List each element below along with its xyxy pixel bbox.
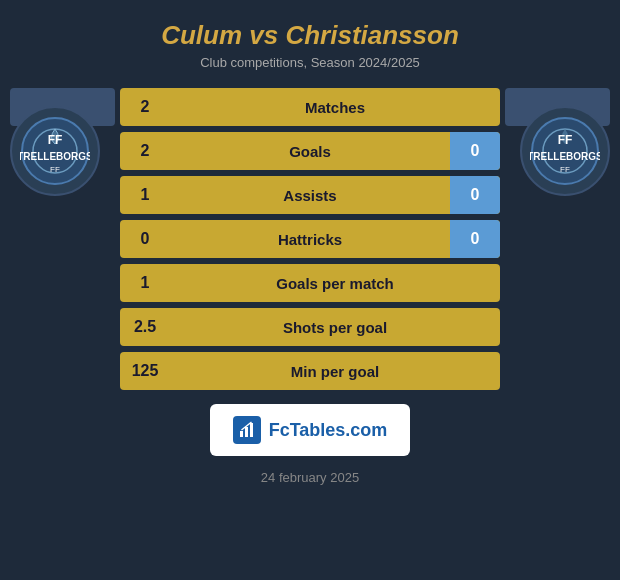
right-badge-svg: TRELLEBORGS FF FF (530, 116, 600, 186)
stat-row-mpg: 125 Min per goal (120, 352, 500, 390)
stat-left-value-matches: 2 (120, 98, 170, 116)
svg-text:TRELLEBORGS: TRELLEBORGS (20, 151, 90, 162)
stat-label-hattricks: Hattricks (170, 231, 450, 248)
date-text: 24 february 2025 (261, 470, 359, 485)
stat-right-value-goals: 0 (450, 132, 500, 170)
stat-row-hattricks: 0 Hattricks 0 (120, 220, 500, 258)
stat-label-matches: Matches (170, 99, 500, 116)
spg-row-wrapper: 2.5 Shots per goal (120, 308, 500, 346)
matches-row-wrapper: 2 Matches (0, 88, 620, 126)
team-logo-right: TRELLEBORGS FF FF (520, 106, 610, 196)
goals-row-wrapper: TRELLEBORGS FF FF 2 Goals 0 TRELLEBORGS … (0, 132, 620, 170)
stat-row-assists: 1 Assists 0 (120, 176, 500, 214)
team-logo-left: TRELLEBORGS FF FF (10, 106, 100, 196)
stat-label-gpm: Goals per match (170, 275, 500, 292)
stat-left-value-hattricks: 0 (120, 230, 170, 248)
page-title: Culum vs Christiansson (161, 20, 459, 51)
stat-row-matches: 2 Matches (120, 88, 500, 126)
left-badge-svg: TRELLEBORGS FF FF (20, 116, 90, 186)
stat-left-value-mpg: 125 (120, 362, 170, 380)
subtitle: Club competitions, Season 2024/2025 (200, 55, 420, 70)
stat-row-spg: 2.5 Shots per goal (120, 308, 500, 346)
svg-rect-11 (245, 427, 248, 437)
stat-row-gpm: 1 Goals per match (120, 264, 500, 302)
stat-row-goals: 2 Goals 0 (120, 132, 500, 170)
stat-left-value-spg: 2.5 (120, 318, 170, 336)
stats-wrapper: 2 Matches TRELLEBORGS FF FF (0, 88, 620, 390)
svg-text:FF: FF (50, 165, 60, 174)
svg-rect-10 (240, 431, 243, 437)
svg-text:FF: FF (560, 165, 570, 174)
fctables-chart-icon (238, 421, 256, 439)
stat-left-value-assists: 1 (120, 186, 170, 204)
assists-row-wrapper: 1 Assists 0 (120, 176, 500, 214)
stat-label-mpg: Min per goal (170, 363, 500, 380)
gpm-row-wrapper: 1 Goals per match (120, 264, 500, 302)
svg-text:TRELLEBORGS: TRELLEBORGS (530, 151, 600, 162)
stat-right-value-assists: 0 (450, 176, 500, 214)
fctables-logo: FcTables.com (210, 404, 410, 456)
stat-left-value-goals: 2 (120, 142, 170, 160)
hattricks-row-wrapper: 0 Hattricks 0 (120, 220, 500, 258)
svg-rect-12 (250, 423, 253, 437)
stat-label-spg: Shots per goal (170, 319, 500, 336)
svg-text:FF: FF (558, 133, 573, 147)
fctables-text: FcTables.com (269, 420, 388, 441)
stat-label-assists: Assists (170, 187, 450, 204)
stat-label-goals: Goals (170, 143, 450, 160)
fctables-icon (233, 416, 261, 444)
mpg-row-wrapper: 125 Min per goal (120, 352, 500, 390)
svg-text:FF: FF (48, 133, 63, 147)
stat-left-value-gpm: 1 (120, 274, 170, 292)
card: Culum vs Christiansson Club competitions… (0, 0, 620, 580)
stat-right-value-hattricks: 0 (450, 220, 500, 258)
